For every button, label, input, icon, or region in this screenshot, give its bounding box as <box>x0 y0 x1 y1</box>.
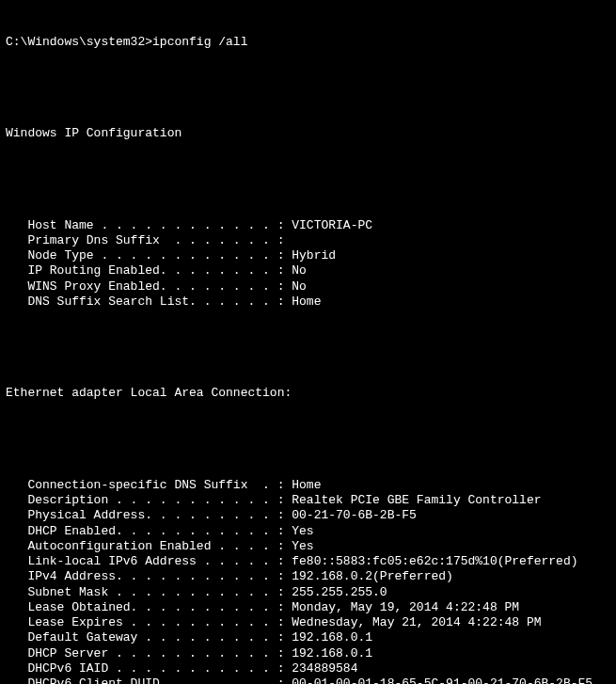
ethernet-row: Lease Obtained. . . . . . . . . . : Mond… <box>6 600 610 615</box>
property-value: 192.168.0.1 <box>292 646 372 661</box>
property-value: Yes <box>292 524 313 539</box>
property-value: No <box>292 263 307 278</box>
ipconfig-row: Node Type . . . . . . . . . . . . : Hybr… <box>6 248 610 263</box>
ethernet-row: Description . . . . . . . . . . . : Real… <box>6 493 610 508</box>
property-label: Node Type . . . . . . . . . . . . : <box>6 248 292 263</box>
prompt: C:\Windows\system32> <box>6 35 152 50</box>
blank-line <box>6 172 610 187</box>
ethernet-row: Autoconfiguration Enabled . . . . : Yes <box>6 539 610 554</box>
property-value: No <box>292 279 307 294</box>
command-line: C:\Windows\system32>ipconfig /all <box>6 35 610 50</box>
ethernet-row: Physical Address. . . . . . . . . : 00-2… <box>6 508 610 523</box>
property-label: Lease Obtained. . . . . . . . . . : <box>6 600 292 615</box>
ethernet-row: Link-local IPv6 Address . . . . . : fe80… <box>6 554 610 569</box>
property-value: Hybrid <box>292 248 336 263</box>
property-value: Wednesday, May 21, 2014 4:22:48 PM <box>292 615 541 630</box>
terminal-output[interactable]: C:\Windows\system32>ipconfig /all Window… <box>0 0 616 684</box>
property-value: Home <box>292 478 321 493</box>
property-value: Home <box>292 294 321 310</box>
property-label: Description . . . . . . . . . . . : <box>6 493 292 508</box>
property-value: 192.168.0.1 <box>292 630 372 645</box>
property-label: Subnet Mask . . . . . . . . . . . : <box>6 585 292 600</box>
property-value: fe80::5883:fc05:e62c:175d%10(Preferred) <box>292 554 577 569</box>
property-label: Lease Expires . . . . . . . . . . : <box>6 615 292 630</box>
property-label: DHCP Enabled. . . . . . . . . . . : <box>6 524 292 539</box>
property-value: 00-21-70-6B-2B-F5 <box>292 508 417 523</box>
property-value: 192.168.0.2(Preferred) <box>292 569 453 584</box>
property-label: Default Gateway . . . . . . . . . : <box>6 630 292 645</box>
property-label: Host Name . . . . . . . . . . . . : <box>6 218 292 233</box>
property-value: 255.255.255.0 <box>292 585 387 600</box>
property-value: Yes <box>292 539 313 554</box>
ipconfig-row: WINS Proxy Enabled. . . . . . . . : No <box>6 279 610 294</box>
property-label: DHCP Server . . . . . . . . . . . : <box>6 646 292 661</box>
ethernet-row: IPv4 Address. . . . . . . . . . . : 192.… <box>6 569 610 584</box>
ethernet-row: Default Gateway . . . . . . . . . : 192.… <box>6 630 610 645</box>
ethernet-row: Subnet Mask . . . . . . . . . . . : 255.… <box>6 585 610 600</box>
property-label: DNS Suffix Search List. . . . . . : <box>6 294 292 310</box>
property-label: Physical Address. . . . . . . . . : <box>6 508 292 523</box>
property-value: Realtek PCIe GBE Family Controller <box>292 493 541 508</box>
property-label: IPv4 Address. . . . . . . . . . . : <box>6 569 292 584</box>
ethernet-row: Lease Expires . . . . . . . . . . : Wedn… <box>6 615 610 630</box>
property-label: Primary Dns Suffix . . . . . . . : <box>6 233 284 248</box>
property-label: Autoconfiguration Enabled . . . . : <box>6 539 292 554</box>
ethernet-row: Connection-specific DNS Suffix . : Home <box>6 478 610 493</box>
section-heading-ethernet: Ethernet adapter Local Area Connection: <box>6 386 610 401</box>
property-label: DHCPv6 Client DUID. . . . . . . . : <box>6 676 292 684</box>
property-value: Monday, May 19, 2014 4:22:48 PM <box>292 600 519 615</box>
command-text: ipconfig /all <box>152 35 247 50</box>
ethernet-row: DHCP Server . . . . . . . . . . . : 192.… <box>6 646 610 661</box>
property-label: Connection-specific DNS Suffix . : <box>6 478 292 493</box>
blank-line <box>6 432 610 447</box>
ipconfig-row: IP Routing Enabled. . . . . . . . : No <box>6 263 610 278</box>
ipconfig-row: Primary Dns Suffix . . . . . . . : <box>6 233 610 248</box>
ethernet-row: DHCPv6 IAID . . . . . . . . . . . : 2348… <box>6 661 610 676</box>
property-label: WINS Proxy Enabled. . . . . . . . : <box>6 279 292 294</box>
ethernet-row: DHCPv6 Client DUID. . . . . . . . : 00-0… <box>6 676 610 684</box>
blank-line <box>6 80 610 95</box>
ipconfig-row: DNS Suffix Search List. . . . . . : Home <box>6 294 610 310</box>
blank-line <box>6 341 610 356</box>
property-label: IP Routing Enabled. . . . . . . . : <box>6 263 292 278</box>
ethernet-row: DHCP Enabled. . . . . . . . . . . : Yes <box>6 524 610 539</box>
property-value: VICTORIA-PC <box>292 218 372 233</box>
property-label: DHCPv6 IAID . . . . . . . . . . . : <box>6 661 292 676</box>
property-value: 00-01-00-01-18-65-5C-91-00-21-70-6B-2B-F… <box>292 676 592 684</box>
ipconfig-row: Host Name . . . . . . . . . . . . : VICT… <box>6 218 610 233</box>
section-heading-ipconfig: Windows IP Configuration <box>6 126 610 141</box>
property-value: 234889584 <box>292 661 357 676</box>
property-label: Link-local IPv6 Address . . . . . : <box>6 554 292 569</box>
